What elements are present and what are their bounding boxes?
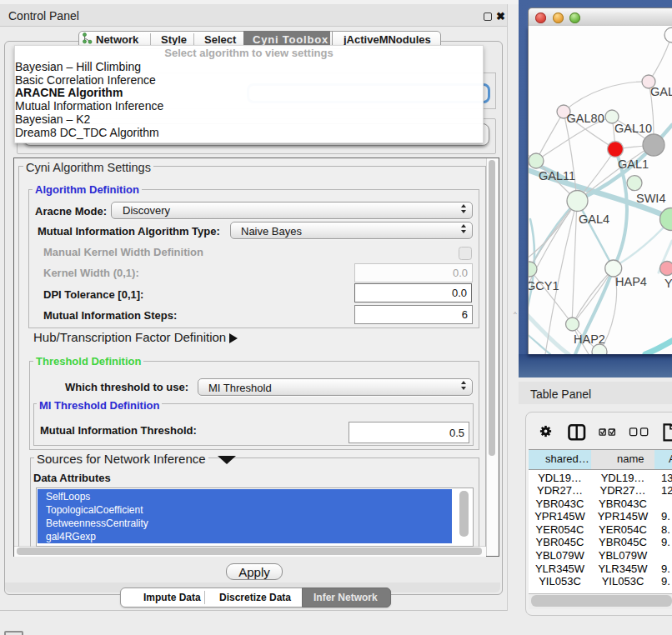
svg-text:HAP2: HAP2: [574, 332, 605, 346]
svg-text:GAL10: GAL10: [614, 122, 652, 135]
svg-text:GAL8: GAL8: [650, 85, 672, 98]
svg-text:GAL4: GAL4: [579, 212, 609, 226]
svg-text:GCY1: GCY1: [529, 279, 559, 292]
svg-text:GAL1: GAL1: [618, 158, 649, 171]
svg-text:GAL80: GAL80: [567, 112, 604, 125]
svg-text:HAP4: HAP4: [615, 275, 647, 288]
svg-text:GAL11: GAL11: [539, 169, 575, 182]
svg-text:SWI4: SWI4: [636, 192, 665, 205]
svg-text:Y: Y: [664, 277, 672, 290]
